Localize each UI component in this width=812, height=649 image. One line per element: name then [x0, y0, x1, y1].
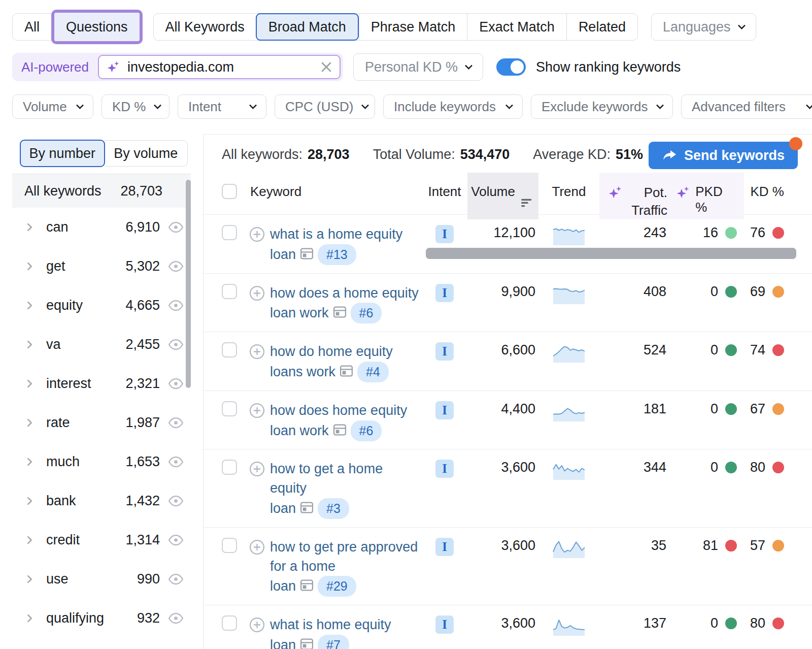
eye-icon[interactable] [168, 300, 184, 311]
chevron-right-icon[interactable] [25, 614, 34, 623]
chevron-right-icon[interactable] [25, 458, 34, 466]
add-keyword-icon[interactable] [249, 226, 265, 266]
eye-icon[interactable] [168, 221, 184, 233]
chevron-right-icon[interactable] [25, 536, 34, 544]
select-all-checkbox[interactable] [222, 184, 237, 199]
chevron-right-icon[interactable] [25, 379, 34, 388]
search-input[interactable]: investopedia.com [98, 55, 341, 79]
kd-filter-button[interactable]: KD % [101, 94, 170, 119]
row-checkbox[interactable] [222, 401, 237, 416]
tab-all-keywords[interactable]: All Keywords [154, 14, 256, 40]
intent-badge[interactable]: I [435, 615, 454, 634]
row-checkbox[interactable] [222, 615, 237, 631]
tab-questions[interactable]: Questions [54, 13, 140, 41]
keyword-match-tabs-group: All KeywordsBroad MatchPhrase MatchExact… [153, 13, 638, 41]
chevron-down-icon [737, 21, 746, 29]
row-checkbox[interactable] [222, 460, 237, 475]
intent-badge[interactable]: I [435, 284, 454, 302]
personal-kd-dropdown[interactable]: Personal KD % [353, 53, 483, 81]
header-pkd[interactable]: PKD % [675, 173, 744, 219]
keyword-link[interactable]: how to get a home equityloan#3 [270, 460, 422, 520]
eye-icon[interactable] [168, 378, 184, 390]
keyword-link[interactable]: how does home equityloan work#6 [270, 401, 422, 442]
add-keyword-icon[interactable] [249, 285, 265, 325]
header-intent[interactable]: Intent [422, 173, 467, 219]
tab-exact-match[interactable]: Exact Match [467, 14, 566, 40]
header-trend[interactable]: Trend [538, 173, 599, 219]
keyword-link[interactable]: how does a home equityloan work#6 [270, 284, 422, 325]
header-volume[interactable]: Volume [467, 173, 538, 219]
chevron-right-icon[interactable] [25, 575, 34, 583]
add-keyword-icon[interactable] [249, 617, 265, 649]
add-keyword-icon[interactable] [249, 344, 265, 383]
eye-icon[interactable] [168, 534, 184, 546]
header-pot-traffic[interactable]: Pot. Traffic [599, 173, 675, 219]
add-keyword-icon[interactable] [249, 539, 265, 598]
add-keyword-icon[interactable] [249, 403, 265, 442]
keyword-group-credit[interactable]: credit 1,314 [12, 521, 191, 560]
header-keyword[interactable]: Keyword [239, 173, 422, 219]
cpc-usd-filter-button[interactable]: CPC (USD) [275, 94, 375, 119]
group-label: equity [46, 298, 125, 313]
horizontal-scrollbar[interactable] [426, 248, 796, 259]
intent-filter-button[interactable]: Intent [178, 94, 266, 119]
add-keyword-icon[interactable] [249, 461, 265, 520]
languages-dropdown[interactable]: Languages [651, 13, 756, 41]
sidebar-scrollbar[interactable] [186, 180, 191, 388]
show-ranking-keywords-toggle[interactable] [496, 58, 526, 76]
keyword-link[interactable]: what is a home equityloan#13 [270, 225, 422, 266]
chevron-right-icon[interactable] [25, 262, 34, 271]
eye-icon[interactable] [168, 417, 184, 429]
keyword-group-interest[interactable]: interest 2,321 [12, 364, 191, 403]
clear-input-icon[interactable] [320, 61, 332, 73]
send-keywords-button[interactable]: Send keywords [649, 142, 798, 169]
include-keywords-filter-button[interactable]: Include keywords [383, 94, 523, 119]
group-label: rate [46, 415, 125, 431]
row-checkbox[interactable] [222, 284, 237, 299]
keyword-group-rate[interactable]: rate 1,987 [12, 403, 191, 442]
sort-by-number-button[interactable]: By number [20, 140, 105, 167]
table-row: how to get pre approvedfor a homeloan#29… [204, 527, 812, 605]
keyword-link[interactable]: how to get pre approvedfor a homeloan#29 [270, 538, 422, 598]
keyword-group-va[interactable]: va 2,455 [12, 325, 191, 364]
group-label: qualifying [46, 610, 137, 626]
row-checkbox[interactable] [222, 225, 237, 240]
tab-broad-match[interactable]: Broad Match [256, 13, 359, 41]
eye-icon[interactable] [168, 339, 184, 350]
chevron-right-icon[interactable] [25, 497, 34, 505]
keyword-group-equity[interactable]: equity 4,665 [12, 286, 191, 325]
intent-badge[interactable]: I [435, 342, 454, 361]
tab-phrase-match[interactable]: Phrase Match [359, 14, 467, 40]
keyword-group-bank[interactable]: bank 1,432 [12, 481, 191, 521]
row-checkbox[interactable] [222, 342, 237, 358]
intent-badge[interactable]: I [435, 460, 454, 478]
intent-badge[interactable]: I [435, 538, 454, 556]
keyword-link[interactable]: how do home equityloans work#4 [270, 342, 422, 383]
intent-badge[interactable]: I [435, 225, 454, 243]
keyword-group-can[interactable]: can 6,910 [12, 208, 191, 247]
header-kd[interactable]: KD % [744, 173, 812, 219]
chevron-right-icon[interactable] [25, 418, 34, 427]
eye-icon[interactable] [168, 261, 184, 272]
eye-icon[interactable] [168, 456, 184, 468]
tab-all[interactable]: All [13, 14, 51, 40]
exclude-keywords-filter-button[interactable]: Exclude keywords [531, 94, 673, 119]
keyword-group-much[interactable]: much 1,653 [12, 442, 191, 481]
tab-related[interactable]: Related [566, 14, 637, 40]
keyword-link[interactable]: what is home equityloan#7 [270, 615, 422, 649]
advanced-filters-filter-button[interactable]: Advanced filters [681, 94, 812, 119]
all-keywords-group-header[interactable]: All keywords 28,703 [12, 174, 191, 208]
keyword-group-use[interactable]: use 990 [12, 560, 191, 599]
intent-badge[interactable]: I [435, 401, 454, 419]
keyword-group-get[interactable]: get 5,302 [12, 247, 191, 286]
eye-icon[interactable] [168, 573, 184, 585]
chevron-right-icon[interactable] [25, 301, 34, 310]
eye-icon[interactable] [168, 495, 184, 507]
volume-filter-button[interactable]: Volume [12, 94, 93, 119]
sort-by-volume-button[interactable]: By volume [105, 140, 188, 167]
row-checkbox[interactable] [222, 538, 237, 553]
chevron-right-icon[interactable] [25, 340, 34, 349]
keyword-group-qualifying[interactable]: qualifying 932 [12, 599, 191, 638]
eye-icon[interactable] [168, 612, 184, 624]
chevron-right-icon[interactable] [25, 223, 34, 232]
